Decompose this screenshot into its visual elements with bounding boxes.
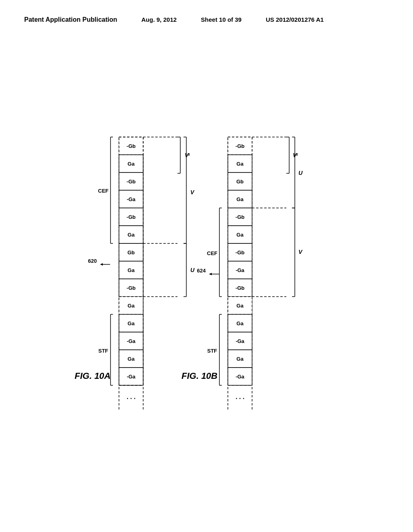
svg-text:. . .: . . . [236,393,244,400]
svg-text:s: s [188,152,190,156]
svg-text:-Ga: -Ga [236,267,244,273]
page-header: Patent Application Publication Aug. 9, 2… [0,16,413,23]
publication-title: Patent Application Publication [24,16,117,23]
svg-text:Ga: Ga [127,356,135,362]
svg-text:V: V [298,249,303,255]
svg-text:V: V [190,189,195,195]
svg-text:-Gb: -Gb [127,214,136,220]
svg-text:Ga: Ga [127,161,135,167]
svg-text:Ga: Ga [236,161,244,167]
svg-text:CEF: CEF [98,188,108,194]
svg-text:FIG. 10A: FIG. 10A [75,371,111,381]
svg-text:Ga: Ga [236,196,244,202]
svg-text:FIG. 10B: FIG. 10B [181,371,217,381]
patent-number: US 2012/0201276 A1 [266,16,324,23]
svg-text:Gb: Gb [236,179,244,185]
sheet-info: Sheet 10 of 39 [201,16,242,23]
svg-text:-Ga: -Ga [127,374,136,380]
svg-text:-Ga: -Ga [236,374,244,380]
svg-text:-Gb: -Gb [127,143,136,149]
svg-text:Ga: Ga [127,303,135,309]
svg-text:-Ga: -Ga [236,338,244,344]
svg-text:Ga: Ga [236,303,244,309]
svg-text:624: 624 [197,268,206,274]
svg-text:Ga: Ga [236,232,244,238]
svg-marker-100 [209,273,212,275]
svg-text:s: s [296,152,298,156]
svg-text:-Gb: -Gb [236,143,244,149]
svg-text:Ga: Ga [236,356,244,362]
svg-text:-Ga: -Ga [127,338,136,344]
svg-text:U: U [190,267,195,273]
svg-text:Ga: Ga [127,232,135,238]
svg-text:620: 620 [88,258,97,264]
svg-text:-Gb: -Gb [236,285,244,291]
svg-text:U: U [298,170,303,176]
diagram-svg: -Gb Ga -Gb -Ga -Gb Ga Gb Ga -Gb Ga Ga -G… [0,40,413,524]
svg-text:Ga: Ga [127,267,135,273]
svg-text:Ga: Ga [236,320,244,326]
svg-text:-Gb: -Gb [236,249,244,256]
svg-text:-Gb: -Gb [236,214,244,220]
publication-date: Aug. 9, 2012 [142,16,177,23]
svg-text:STF: STF [98,348,108,354]
svg-marker-39 [100,263,103,266]
svg-text:Gb: Gb [127,249,135,256]
svg-text:STF: STF [207,348,217,354]
svg-text:-Gb: -Gb [127,285,136,291]
svg-text:-Gb: -Gb [127,179,136,185]
svg-text:-Ga: -Ga [127,196,136,202]
svg-text:. . .: . . . [127,393,136,400]
svg-text:CEF: CEF [207,250,217,256]
svg-text:Ga: Ga [127,320,135,326]
